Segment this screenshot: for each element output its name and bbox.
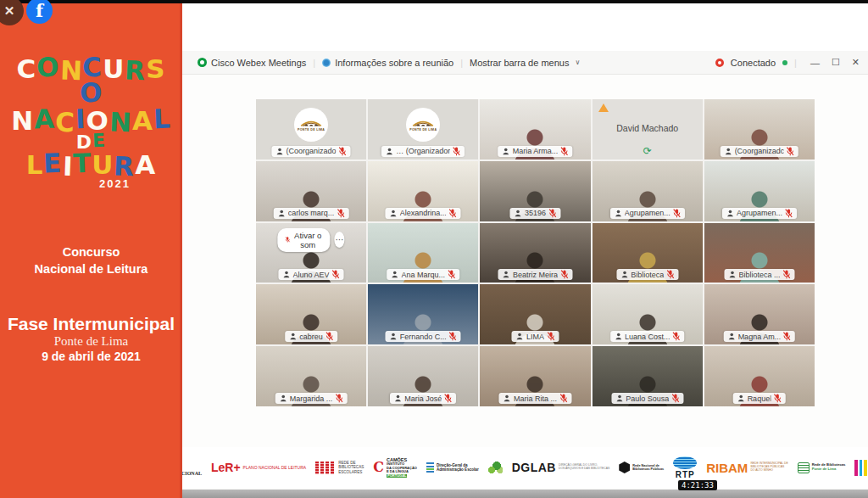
unmute-button[interactable]: Ativar o som [277, 228, 330, 252]
person-icon [280, 394, 287, 403]
participant-tile[interactable]: Luana Cost... [593, 284, 703, 344]
participant-tile[interactable]: Agrupamen... [593, 161, 703, 221]
bridge-icon [300, 117, 322, 127]
participant-name: David Machado [593, 123, 703, 133]
participant-name-pill: Raquel [733, 393, 787, 404]
cnl-logo-line: NACIONAL [8, 108, 174, 133]
player-control-strip[interactable] [182, 490, 868, 498]
participant-tile[interactable]: (Coorganizadc [704, 99, 815, 159]
event-branding-panel: CONCURSONACIONALDELEITURA2021 Concurso N… [0, 0, 182, 498]
participant-name-pill: LIMA [512, 331, 559, 342]
logo-rbpl: Rede de BibliotecasPonte de Lima [798, 462, 846, 473]
minimize-button[interactable]: — [810, 58, 820, 68]
logo-text: CAMÕESINSTITUTODA COOPERAÇÃOE DA LÍNGUAP… [387, 457, 417, 478]
show-menubar-toggle[interactable]: Mostrar barra de menus ∨ [463, 58, 587, 68]
participant-tile[interactable]: Margarida ... [256, 346, 366, 406]
person-icon [390, 332, 398, 341]
muted-mic-icon [547, 332, 554, 341]
participant-tile[interactable]: PONTE DE LIMA … (Organizador [368, 99, 478, 159]
participant-name: (Coorganizado [287, 147, 337, 155]
participant-tile[interactable]: cabreu [256, 284, 366, 344]
muted-mic-icon [449, 332, 457, 341]
muted-mic-icon [448, 270, 455, 279]
bmpl-glyph-icon [854, 460, 867, 476]
reconnecting-icon: ⟳ [643, 145, 652, 157]
ponte-de-lima-logo-text: PONTE DE LIMA [409, 128, 437, 131]
participant-name-pill: Fernando C... [386, 331, 461, 342]
muted-mic-icon [559, 394, 567, 403]
window-controls: — ☐ ✕ [810, 57, 860, 68]
meeting-info-button[interactable]: Informações sobre a reunião [315, 58, 460, 68]
participant-name: Luana Cost... [625, 333, 670, 341]
event-subtitle-line2: Nacional de Leitura [0, 261, 182, 278]
muted-mic-icon [339, 147, 347, 156]
participant-tile[interactable]: 35196 [480, 161, 590, 221]
dglab-wordmark: DGLAB [512, 462, 556, 473]
participant-tile[interactable]: David Machado ⟳ [593, 99, 703, 159]
muted-mic-icon [326, 332, 333, 341]
participant-tile[interactable]: Raquel [704, 346, 815, 406]
chevron-down-icon: ∨ [575, 59, 580, 66]
participant-name: Paulo Sousa [626, 394, 669, 403]
person-icon [615, 209, 622, 218]
participant-name: Agrupamen... [625, 209, 670, 217]
person-icon [503, 270, 510, 279]
muted-mic-icon [783, 332, 791, 341]
logo-camoes: CCAMÕESINSTITUTODA COOPERAÇÃOE DA LÍNGUA… [373, 457, 417, 478]
participant-name-pill: cabreu [285, 331, 337, 342]
rnbp-glyph-icon [619, 462, 630, 473]
muted-mic-icon [787, 147, 794, 156]
participant-name: Maria José [404, 394, 442, 403]
participant-tile[interactable]: Maria Arma... [480, 99, 590, 159]
cnl-block-letter-logo: CONCURSONACIONALDELEITURA2021 [8, 56, 174, 190]
participant-tile[interactable]: Biblioteca ... [704, 223, 815, 283]
participant-tile[interactable]: Paulo Sousa [593, 346, 703, 406]
participant-name-pill: (Coorganizadc [721, 146, 799, 157]
participant-name: Raquel [748, 394, 772, 403]
presence-dot-icon [782, 60, 787, 65]
participant-name: Magna Am... [738, 333, 782, 341]
person-icon [515, 209, 522, 218]
participant-tile[interactable]: Aluno AEV Ativar o som ··· [256, 223, 366, 283]
participant-tile[interactable]: Biblioteca [593, 223, 703, 283]
participant-name-pill: Maria José [390, 393, 456, 404]
titlebar-right: Conectado | — ☐ ✕ [715, 57, 860, 68]
participant-name: (Coorganizadc [735, 147, 785, 155]
person-icon [504, 394, 511, 403]
titlebar-divider: | [794, 58, 797, 68]
camoes-wordmark: C [373, 461, 384, 474]
participant-tile[interactable]: Maria José [368, 346, 478, 406]
more-options-button[interactable]: ··· [334, 232, 345, 248]
bridge-icon [412, 117, 434, 127]
info-icon [322, 59, 331, 67]
participant-tile[interactable]: LIMA [480, 284, 590, 344]
muted-mic-icon [453, 147, 460, 156]
participant-tile[interactable]: Alexandrina... [368, 161, 478, 221]
participant-tile[interactable]: Magna Am... [704, 284, 815, 344]
participant-name-pill: (Coorganizado [272, 146, 351, 157]
participant-name-pill: 35196 [510, 208, 560, 219]
logo-text: Rede Nacional deBibliotecas Públicas [632, 464, 664, 472]
participant-tile[interactable]: Fernando C... [368, 284, 478, 344]
participant-name-pill: … (Organizador [381, 146, 465, 157]
dgae-glyph-icon [426, 462, 434, 473]
participant-name-pill: Paulo Sousa [611, 393, 683, 404]
meeting-info-label: Informações sobre a reunião [335, 58, 453, 68]
participant-tile[interactable]: Agrupamen... [704, 161, 815, 221]
participant-tile[interactable]: Maria Rita ... [480, 346, 590, 406]
window-close-button[interactable]: ✕ [852, 57, 860, 68]
video-timestamp: 4:21:33 [678, 480, 717, 490]
ponte-de-lima-logo: PONTE DE LIMA [294, 108, 328, 142]
participant-tile[interactable]: Beatriz Meira [480, 223, 590, 283]
participant-tile[interactable]: carlos marq... [256, 161, 366, 221]
participant-tile[interactable]: Ana Marqu... [368, 223, 478, 283]
person-icon [276, 147, 284, 156]
maximize-button[interactable]: ☐ [832, 57, 840, 68]
participant-name: Biblioteca ... [738, 271, 780, 279]
participant-name: Alexandrina... [400, 209, 447, 217]
participant-name-pill: Biblioteca [616, 269, 678, 280]
participant-tile[interactable]: PONTE DE LIMA (Coorganizado [256, 99, 366, 159]
person-icon [278, 209, 286, 218]
participant-name-pill: Alexandrina... [386, 208, 461, 219]
person-icon [503, 147, 510, 156]
